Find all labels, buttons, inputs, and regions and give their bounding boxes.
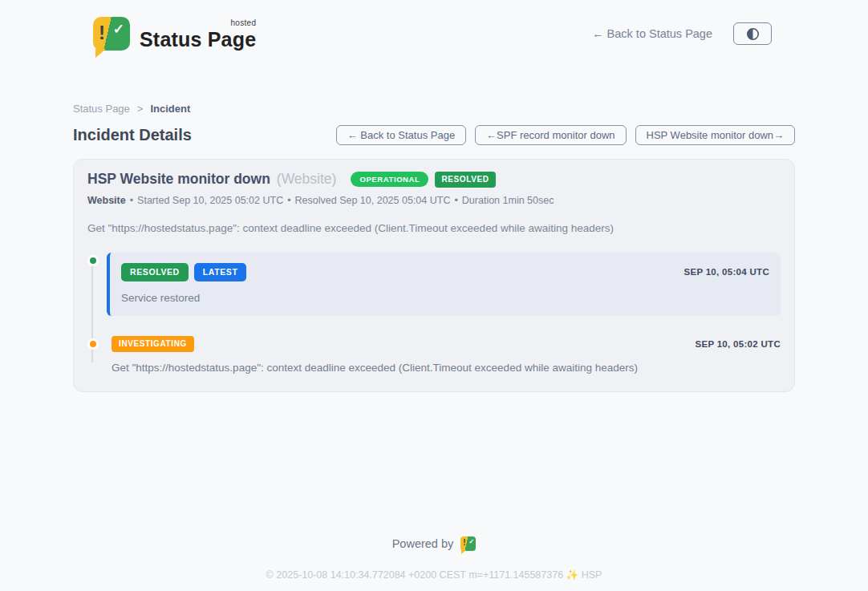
title-row: Incident Details ← Back to Status Page ←…: [73, 125, 795, 145]
incident-component: (Website): [277, 171, 337, 188]
statuspage-logo-icon: ! ✓: [93, 17, 130, 51]
header-right: ← Back to Status Page: [592, 22, 772, 45]
incident-title-row: HSP Website monitor down (Website) OPERA…: [87, 171, 781, 188]
timeline-dot-green: [87, 255, 99, 266]
mini-logo-checkmark-glyph: ✓: [469, 538, 475, 545]
circle-half-icon: [745, 26, 761, 42]
mini-logo-exclamation-glyph: !: [463, 538, 465, 547]
breadcrumb: Status Page > Incident: [73, 103, 795, 115]
logo-exclamation-glyph: !: [99, 22, 105, 44]
logo-title: Status Page: [140, 28, 256, 51]
timeline-entry-timestamp: SEP 10, 05:04 UTC: [683, 267, 769, 277]
app-header: ! ✓ hosted Status Page ← Back to Status …: [0, 0, 868, 56]
timeline-entry-message: Get "https://hostedstatus.page": context…: [112, 362, 781, 374]
breadcrumb-status-page[interactable]: Status Page: [73, 103, 130, 115]
logo-checkmark-glyph: ✓: [113, 21, 124, 38]
next-incident-button[interactable]: HSP Website monitor down→: [635, 125, 795, 145]
timeline-entry-box: INVESTIGATING SEP 10, 05:02 UTC Get "htt…: [107, 336, 781, 374]
main-content: Status Page > Incident Incident Details …: [73, 103, 795, 392]
meta-separator: •: [454, 195, 457, 206]
timeline-entry-message: Service restored: [121, 292, 769, 304]
meta-duration: Duration 1min 50sec: [462, 195, 554, 206]
timeline-entry-box: RESOLVED LATEST SEP 10, 05:04 UTC Servic…: [107, 253, 781, 316]
prev-incident-button[interactable]: ←SPF record monitor down: [475, 125, 626, 145]
powered-by-link[interactable]: Powered by ! ✓: [0, 536, 868, 551]
timeline-dot-orange: [87, 338, 99, 350]
header-back-link[interactable]: ← Back to Status Page: [592, 27, 712, 40]
logo-hosted-label: hosted: [230, 18, 256, 27]
operational-badge: OPERATIONAL: [351, 172, 428, 188]
meta-component: Website: [87, 195, 126, 206]
incident-title: HSP Website monitor down: [87, 171, 270, 188]
meta-separator: •: [130, 195, 133, 206]
resolved-status-badge: RESOLVED: [435, 172, 495, 188]
incident-meta: Website • Started Sep 10, 2025 05:02 UTC…: [87, 195, 781, 206]
statuspage-mini-logo-icon: ! ✓: [460, 536, 476, 551]
timeline-entry-head: INVESTIGATING SEP 10, 05:02 UTC: [112, 336, 781, 352]
breadcrumb-incident: Incident: [150, 103, 190, 115]
meta-started: Started Sep 10, 2025 05:02 UTC: [137, 195, 283, 206]
resolved-badge: RESOLVED: [121, 263, 189, 281]
incident-description: Get "https://hostedstatus.page": context…: [87, 222, 781, 234]
timeline-entry-badges: INVESTIGATING: [112, 336, 194, 352]
statuspage-logo[interactable]: ! ✓ hosted Status Page: [93, 17, 256, 51]
incident-nav-buttons: ← Back to Status Page ←SPF record monito…: [336, 125, 795, 145]
incident-timeline: RESOLVED LATEST SEP 10, 05:04 UTC Servic…: [87, 253, 781, 374]
latest-badge: LATEST: [194, 263, 247, 281]
breadcrumb-separator: >: [137, 103, 144, 115]
meta-separator: •: [287, 195, 290, 206]
theme-toggle-button[interactable]: [733, 22, 772, 45]
investigating-badge: INVESTIGATING: [112, 336, 194, 352]
meta-resolved: Resolved Sep 10, 2025 05:04 UTC: [295, 195, 451, 206]
timeline-entry-timestamp: SEP 10, 05:02 UTC: [695, 339, 781, 349]
timeline-entry-resolved: RESOLVED LATEST SEP 10, 05:04 UTC Servic…: [107, 253, 781, 316]
timeline-entry-badges: RESOLVED LATEST: [121, 263, 246, 281]
back-to-status-page-button[interactable]: ← Back to Status Page: [336, 125, 466, 145]
copyright-text: © 2025-10-08 14:10:34.772084 +0200 CEST …: [0, 569, 868, 581]
timeline-entry-head: RESOLVED LATEST SEP 10, 05:04 UTC: [121, 263, 769, 281]
powered-by-label: Powered by: [392, 537, 454, 550]
page-footer: Powered by ! ✓ © 2025-10-08 14:10:34.772…: [0, 536, 868, 591]
logo-text-wrap: hosted Status Page: [140, 17, 256, 51]
page-title: Incident Details: [73, 126, 192, 144]
timeline-entry-investigating: INVESTIGATING SEP 10, 05:02 UTC Get "htt…: [107, 336, 781, 374]
incident-card: HSP Website monitor down (Website) OPERA…: [73, 159, 795, 392]
